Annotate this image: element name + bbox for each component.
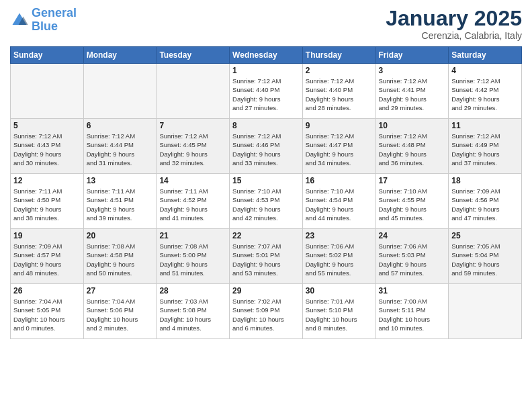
calendar-cell-w0-d3: 1Sunrise: 7:12 AM Sunset: 4:40 PM Daylig… [230,64,303,119]
header-wednesday: Wednesday [230,47,303,64]
calendar-cell-w2-d1: 13Sunrise: 7:11 AM Sunset: 4:51 PM Dayli… [83,174,157,229]
day-number: 16 [306,176,373,185]
day-info: Sunrise: 7:02 AM Sunset: 5:09 PM Dayligh… [232,297,300,332]
day-number: 15 [232,176,300,185]
calendar-cell-w4-d0: 26Sunrise: 7:04 AM Sunset: 5:05 PM Dayli… [11,284,84,339]
day-info: Sunrise: 7:04 AM Sunset: 5:05 PM Dayligh… [13,297,81,332]
calendar-cell-w4-d1: 27Sunrise: 7:04 AM Sunset: 5:06 PM Dayli… [83,284,157,339]
day-number: 18 [451,176,519,185]
calendar-cell-w4-d6 [449,284,522,339]
logo-line1: General [32,6,77,19]
calendar-cell-w4-d3: 29Sunrise: 7:02 AM Sunset: 5:09 PM Dayli… [230,284,303,339]
day-number: 25 [451,231,519,240]
day-info: Sunrise: 7:10 AM Sunset: 4:54 PM Dayligh… [306,187,373,222]
calendar-week-3: 19Sunrise: 7:09 AM Sunset: 4:57 PM Dayli… [11,229,522,284]
day-info: Sunrise: 7:08 AM Sunset: 5:00 PM Dayligh… [159,242,226,277]
day-info: Sunrise: 7:12 AM Sunset: 4:40 PM Dayligh… [232,77,300,112]
calendar-cell-w4-d5: 31Sunrise: 7:00 AM Sunset: 5:11 PM Dayli… [375,284,449,339]
calendar-cell-w0-d0 [11,64,84,119]
calendar-cell-w3-d1: 20Sunrise: 7:08 AM Sunset: 4:58 PM Dayli… [83,229,157,284]
day-info: Sunrise: 7:10 AM Sunset: 4:53 PM Dayligh… [232,187,300,222]
day-info: Sunrise: 7:12 AM Sunset: 4:48 PM Dayligh… [379,132,446,167]
day-number: 24 [379,231,446,240]
day-number: 2 [306,66,373,75]
day-number: 4 [451,66,519,75]
header-tuesday: Tuesday [157,47,230,64]
header-friday: Friday [375,47,449,64]
logo: General Blue [10,7,77,34]
day-info: Sunrise: 7:12 AM Sunset: 4:43 PM Dayligh… [13,132,81,167]
calendar-cell-w2-d4: 16Sunrise: 7:10 AM Sunset: 4:54 PM Dayli… [302,174,375,229]
calendar-cell-w3-d2: 21Sunrise: 7:08 AM Sunset: 5:00 PM Dayli… [157,229,230,284]
calendar-cell-w3-d0: 19Sunrise: 7:09 AM Sunset: 4:57 PM Dayli… [11,229,84,284]
day-info: Sunrise: 7:04 AM Sunset: 5:06 PM Dayligh… [87,297,154,332]
calendar-cell-w3-d6: 25Sunrise: 7:05 AM Sunset: 5:04 PM Dayli… [449,229,522,284]
calendar-week-1: 5Sunrise: 7:12 AM Sunset: 4:43 PM Daylig… [11,119,522,174]
day-info: Sunrise: 7:12 AM Sunset: 4:42 PM Dayligh… [451,77,519,112]
day-number: 31 [379,286,446,295]
day-info: Sunrise: 7:09 AM Sunset: 4:57 PM Dayligh… [13,242,81,277]
calendar-cell-w2-d2: 14Sunrise: 7:11 AM Sunset: 4:52 PM Dayli… [157,174,230,229]
day-info: Sunrise: 7:11 AM Sunset: 4:52 PM Dayligh… [159,187,226,222]
calendar-cell-w4-d2: 28Sunrise: 7:03 AM Sunset: 5:08 PM Dayli… [157,284,230,339]
day-info: Sunrise: 7:12 AM Sunset: 4:45 PM Dayligh… [159,132,226,167]
day-number: 7 [159,121,226,130]
calendar-cell-w2-d0: 12Sunrise: 7:11 AM Sunset: 4:50 PM Dayli… [11,174,84,229]
day-info: Sunrise: 7:01 AM Sunset: 5:10 PM Dayligh… [306,297,373,332]
calendar-cell-w1-d1: 6Sunrise: 7:12 AM Sunset: 4:44 PM Daylig… [83,119,157,174]
day-info: Sunrise: 7:12 AM Sunset: 4:41 PM Dayligh… [379,77,446,112]
day-number: 29 [232,286,300,295]
calendar-cell-w2-d3: 15Sunrise: 7:10 AM Sunset: 4:53 PM Dayli… [230,174,303,229]
calendar-cell-w2-d5: 17Sunrise: 7:10 AM Sunset: 4:55 PM Dayli… [375,174,449,229]
day-info: Sunrise: 7:11 AM Sunset: 4:50 PM Dayligh… [13,187,81,222]
day-number: 30 [306,286,373,295]
calendar-cell-w0-d6: 4Sunrise: 7:12 AM Sunset: 4:42 PM Daylig… [449,64,522,119]
day-number: 17 [379,176,446,185]
day-info: Sunrise: 7:12 AM Sunset: 4:40 PM Dayligh… [306,77,373,112]
calendar-cell-w3-d4: 23Sunrise: 7:06 AM Sunset: 5:02 PM Dayli… [302,229,375,284]
calendar-cell-w1-d5: 10Sunrise: 7:12 AM Sunset: 4:48 PM Dayli… [375,119,449,174]
calendar-week-0: 1Sunrise: 7:12 AM Sunset: 4:40 PM Daylig… [11,64,522,119]
day-number: 14 [159,176,226,185]
day-number: 27 [87,286,154,295]
day-info: Sunrise: 7:00 AM Sunset: 5:11 PM Dayligh… [379,297,446,332]
day-number: 21 [159,231,226,240]
calendar-cell-w0-d2 [157,64,230,119]
page: General Blue January 2025 Cerenzia, Cala… [0,0,532,411]
header-sunday: Sunday [11,47,84,64]
calendar-table: Sunday Monday Tuesday Wednesday Thursday… [10,46,522,339]
day-number: 13 [87,176,154,185]
day-number: 23 [306,231,373,240]
calendar-cell-w1-d4: 9Sunrise: 7:12 AM Sunset: 4:47 PM Daylig… [302,119,375,174]
logo-text: General Blue [32,7,77,34]
calendar-cell-w1-d0: 5Sunrise: 7:12 AM Sunset: 4:43 PM Daylig… [11,119,84,174]
day-info: Sunrise: 7:08 AM Sunset: 4:58 PM Dayligh… [87,242,154,277]
day-number: 3 [379,66,446,75]
calendar-cell-w0-d1 [83,64,157,119]
calendar-cell-w3-d5: 24Sunrise: 7:06 AM Sunset: 5:03 PM Dayli… [375,229,449,284]
day-number: 26 [13,286,81,295]
calendar-cell-w2-d6: 18Sunrise: 7:09 AM Sunset: 4:56 PM Dayli… [449,174,522,229]
day-number: 28 [159,286,226,295]
day-info: Sunrise: 7:07 AM Sunset: 5:01 PM Dayligh… [232,242,300,277]
main-title: January 2025 [386,7,522,30]
day-info: Sunrise: 7:03 AM Sunset: 5:08 PM Dayligh… [159,297,226,332]
calendar-header-row: Sunday Monday Tuesday Wednesday Thursday… [11,47,522,64]
day-number: 22 [232,231,300,240]
title-block: January 2025 Cerenzia, Calabria, Italy [386,7,522,41]
day-number: 12 [13,176,81,185]
day-info: Sunrise: 7:05 AM Sunset: 5:04 PM Dayligh… [451,242,519,277]
day-number: 10 [379,121,446,130]
calendar-week-4: 26Sunrise: 7:04 AM Sunset: 5:05 PM Dayli… [11,284,522,339]
calendar-cell-w0-d5: 3Sunrise: 7:12 AM Sunset: 4:41 PM Daylig… [375,64,449,119]
day-info: Sunrise: 7:12 AM Sunset: 4:44 PM Dayligh… [87,132,154,167]
day-info: Sunrise: 7:12 AM Sunset: 4:47 PM Dayligh… [306,132,373,167]
day-number: 20 [87,231,154,240]
header: General Blue January 2025 Cerenzia, Cala… [10,7,522,41]
header-thursday: Thursday [302,47,375,64]
day-info: Sunrise: 7:10 AM Sunset: 4:55 PM Dayligh… [379,187,446,222]
day-number: 8 [232,121,300,130]
logo-line2: Blue [32,19,58,33]
day-info: Sunrise: 7:12 AM Sunset: 4:49 PM Dayligh… [451,132,519,167]
day-number: 9 [306,121,373,130]
